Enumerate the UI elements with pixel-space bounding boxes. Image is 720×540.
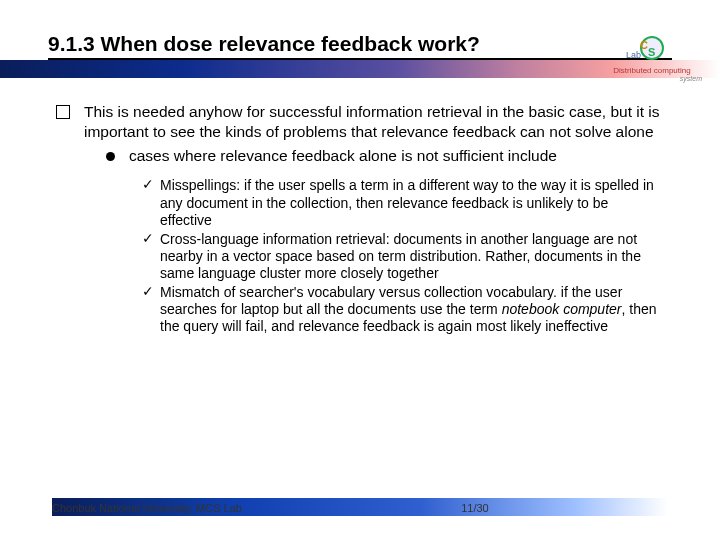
item-1-lead: Misspellings: <box>160 177 240 193</box>
footer: Chonbuk National University, MCS Lab 11/… <box>0 498 720 514</box>
bullet-level3: ✓ Cross-language information retrieval: … <box>142 231 664 282</box>
logo-letter-s: S <box>648 46 655 58</box>
item-2: Cross-language information retrieval: do… <box>160 231 664 282</box>
slide-title: 9.1.3 When dose relevance feedback work? <box>48 32 672 56</box>
main-text: This is needed anyhow for successful inf… <box>84 103 660 140</box>
bullet-level3: ✓ Misspellings: if the user spells a ter… <box>142 177 664 228</box>
bullet-level2: cases where relevance feedback alone is … <box>84 146 664 166</box>
logo-line2: system <box>602 75 702 82</box>
slide: 9.1.3 When dose relevance feedback work?… <box>0 0 720 540</box>
check-bullet-icon: ✓ <box>142 177 156 228</box>
item-3-lead: Mismatch of searcher's vocabulary versus… <box>160 284 557 300</box>
footer-text: Chonbuk National University, MCS Lab 11/… <box>0 502 720 514</box>
check-bullet-icon: ✓ <box>142 284 156 335</box>
logo-letter-lab: Lab <box>626 50 641 60</box>
item-3: Mismatch of searcher's vocabulary versus… <box>160 284 664 335</box>
sub-section: ✓ Misspellings: if the user spells a ter… <box>0 169 720 335</box>
level1-text: This is needed anyhow for successful inf… <box>84 102 664 165</box>
item-3-italic: notebook computer <box>502 301 622 317</box>
item-1: Misspellings: if the user spells a term … <box>160 177 664 228</box>
item-2-lead: Cross-language information retrieval: <box>160 231 390 247</box>
bullet-level1: This is needed anyhow for successful inf… <box>56 102 664 165</box>
logo-line1: Distributed computing <box>602 66 702 75</box>
bullet-level3: ✓ Mismatch of searcher's vocabulary vers… <box>142 284 664 335</box>
footer-page: 11/30 <box>282 502 668 514</box>
lab-logo: C S Lab Distributed computing system <box>602 36 702 96</box>
level2-text: cases where relevance feedback alone is … <box>129 146 664 166</box>
check-bullet-icon: ✓ <box>142 231 156 282</box>
square-bullet-icon <box>56 105 70 119</box>
logo-letter-c: C <box>640 39 648 51</box>
disc-bullet-icon <box>106 152 115 161</box>
footer-affiliation: Chonbuk National University, MCS Lab <box>52 502 242 514</box>
